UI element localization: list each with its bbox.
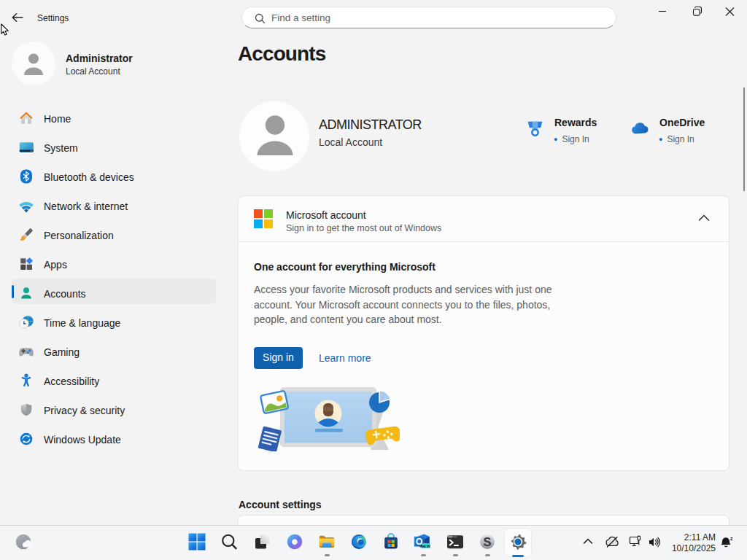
svg-text:S: S [483, 535, 491, 548]
svg-text:z: z [730, 536, 733, 541]
svg-text:NEW: NEW [421, 544, 430, 548]
